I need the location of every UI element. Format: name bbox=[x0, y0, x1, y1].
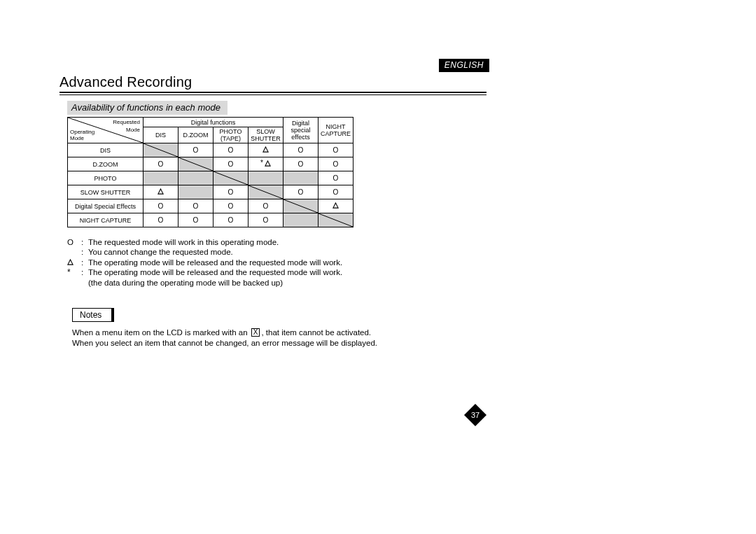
table-cell bbox=[248, 143, 284, 157]
row-label: D.ZOOM bbox=[68, 157, 144, 171]
col-header-photo: PHOTO (TAPE) bbox=[214, 127, 248, 143]
col-header-dse-3: effects bbox=[284, 134, 318, 141]
table-cell bbox=[284, 185, 318, 199]
table-cell bbox=[318, 199, 354, 213]
table-cell bbox=[284, 143, 318, 157]
row-label: NIGHT CAPTURE bbox=[68, 213, 144, 227]
table-row: PHOTO bbox=[68, 171, 354, 185]
corner-header: Requested Mode Operating Mode bbox=[68, 118, 144, 143]
table-row: D.ZOOM* bbox=[68, 157, 354, 171]
row-label: SLOW SHUTTER bbox=[68, 185, 144, 199]
table-cell bbox=[248, 185, 284, 199]
notes-body: When a menu item on the LCD is marked wi… bbox=[72, 328, 486, 349]
svg-line-8 bbox=[284, 199, 318, 213]
table-cell bbox=[248, 171, 284, 185]
table-cell bbox=[284, 199, 318, 213]
note-1b: , that item cannot be activated. bbox=[261, 328, 371, 337]
svg-line-3 bbox=[178, 157, 213, 171]
page-title: Advanced Recording bbox=[59, 74, 486, 90]
legend-text-star: The operating mode will be released and … bbox=[88, 267, 486, 278]
table-cell bbox=[214, 171, 248, 185]
legend-text-tri: The operating mode will be released and … bbox=[88, 258, 486, 267]
corner-top2: Mode bbox=[126, 127, 140, 133]
legend-text-o: The requested mode will work in this ope… bbox=[88, 237, 486, 247]
table-cell bbox=[214, 185, 248, 199]
col-header-dse: Digital special effects bbox=[284, 118, 318, 143]
legend: O : The requested mode will work in this… bbox=[67, 237, 486, 288]
col-header-photo-2: (TAPE) bbox=[214, 135, 248, 142]
group-header-digital: Digital functions bbox=[144, 118, 284, 127]
table-cell bbox=[214, 157, 248, 171]
table-cell bbox=[318, 157, 354, 171]
title-rule bbox=[59, 92, 486, 95]
availability-table: Requested Mode Operating Mode Digital fu… bbox=[67, 117, 354, 227]
table-cell bbox=[144, 157, 178, 171]
corner-top1: Requested bbox=[113, 119, 140, 125]
table-row: SLOW SHUTTER bbox=[68, 185, 354, 199]
note-line-2: When you select an item that cannot be c… bbox=[72, 338, 486, 349]
table-cell bbox=[144, 185, 178, 199]
table-cell bbox=[318, 185, 354, 199]
section-subtitle: Availability of functions in each mode bbox=[67, 101, 227, 115]
col-header-dzoom: D.ZOOM bbox=[178, 127, 214, 143]
table-cell bbox=[144, 199, 178, 213]
legend-text-star2: (the data during the operating mode will… bbox=[88, 278, 486, 288]
corner-bot2: Mode bbox=[70, 135, 84, 141]
svg-line-7 bbox=[248, 185, 283, 199]
row-label: DIS bbox=[68, 143, 144, 157]
col-header-slow: SLOW SHUTTER bbox=[248, 127, 284, 143]
svg-marker-2 bbox=[263, 147, 268, 152]
table-cell bbox=[178, 143, 214, 157]
col-header-night-1: NIGHT bbox=[318, 123, 353, 130]
legend-sym-o: O bbox=[67, 237, 81, 247]
row-label: PHOTO bbox=[68, 171, 144, 185]
table-cell bbox=[144, 213, 178, 227]
table-cell bbox=[178, 199, 214, 213]
table-cell bbox=[318, 143, 354, 157]
col-header-night-2: CAPTURE bbox=[318, 130, 353, 137]
col-header-dse-2: special bbox=[284, 127, 318, 134]
svg-marker-11 bbox=[68, 260, 73, 265]
legend-sym-star: * bbox=[67, 267, 81, 278]
table-cell: * bbox=[248, 157, 284, 171]
table-cell bbox=[178, 157, 214, 171]
svg-line-5 bbox=[214, 171, 248, 185]
table-cell bbox=[248, 199, 284, 213]
corner-bot1: Operating bbox=[70, 129, 94, 135]
table-cell bbox=[178, 171, 214, 185]
col-header-slow-1: SLOW bbox=[248, 128, 283, 135]
svg-marker-9 bbox=[333, 203, 338, 208]
table-cell bbox=[144, 171, 178, 185]
note-1a: When a menu item on the LCD is marked wi… bbox=[72, 328, 250, 337]
svg-line-1 bbox=[144, 143, 178, 157]
legend-text-o2: You cannot change the requested mode. bbox=[88, 247, 486, 257]
col-header-slow-2: SHUTTER bbox=[248, 135, 283, 142]
page-number: 37 bbox=[464, 404, 486, 426]
table-cell bbox=[284, 157, 318, 171]
table-row: NIGHT CAPTURE bbox=[68, 213, 354, 227]
table-cell bbox=[318, 213, 354, 227]
table-cell bbox=[248, 213, 284, 227]
table-cell bbox=[214, 143, 248, 157]
col-header-dse-1: Digital bbox=[284, 120, 318, 127]
svg-marker-6 bbox=[158, 189, 163, 194]
row-label: Digital Special Effects bbox=[68, 199, 144, 213]
table-cell bbox=[318, 171, 354, 185]
col-header-photo-1: PHOTO bbox=[214, 128, 248, 135]
table-cell bbox=[144, 143, 178, 157]
table-cell bbox=[178, 213, 214, 227]
x-mark-icon: X bbox=[251, 328, 260, 337]
table-cell bbox=[178, 185, 214, 199]
language-badge: ENGLISH bbox=[439, 59, 489, 72]
table-cell bbox=[284, 213, 318, 227]
notes-label: Notes bbox=[72, 308, 114, 322]
manual-page: ENGLISH Advanced Recording Availability … bbox=[59, 60, 486, 349]
page-number-badge: 37 bbox=[464, 404, 486, 426]
legend-sym-tri bbox=[67, 258, 81, 267]
note-line-1: When a menu item on the LCD is marked wi… bbox=[72, 328, 486, 339]
table-row: DIS bbox=[68, 143, 354, 157]
table-cell bbox=[214, 199, 248, 213]
col-header-night: NIGHT CAPTURE bbox=[318, 118, 354, 143]
col-header-dis: DIS bbox=[144, 127, 178, 143]
table-cell bbox=[284, 171, 318, 185]
